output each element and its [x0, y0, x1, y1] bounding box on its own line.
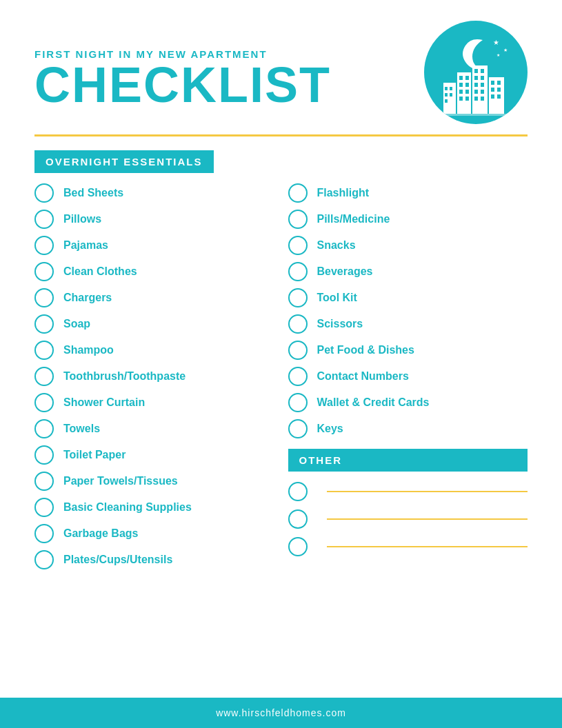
other-line-1 [327, 518, 528, 520]
other-line-2 [327, 546, 528, 547]
logo-icon: ★ ★ ★ [424, 21, 528, 124]
overnight-section-header: OVERNIGHT ESSENTIALS [34, 150, 214, 173]
list-item: Shower Curtain [34, 393, 274, 412]
item-label-right-2: Snacks [317, 239, 356, 252]
svg-rect-20 [481, 69, 484, 73]
left-column: Bed Sheets Pillows Pajamas Clean Clothes… [34, 183, 274, 576]
checkbox-right-1[interactable] [288, 210, 308, 229]
checkbox-left-5[interactable] [34, 314, 54, 334]
checkbox-right-6[interactable] [288, 341, 308, 360]
checkbox-right-9[interactable] [288, 419, 308, 438]
svg-rect-12 [459, 83, 463, 87]
item-label-right-5: Scissors [317, 318, 363, 330]
page-title: CHECKLIST [34, 60, 331, 110]
list-item: Clean Clothes [34, 262, 274, 281]
list-item: Wallet & Credit Cards [288, 393, 528, 412]
list-item: Contact Numbers [288, 367, 528, 386]
svg-rect-5 [450, 87, 452, 90]
list-item: Toothbrush/Toothpaste [34, 367, 274, 386]
item-label-left-10: Toilet Paper [63, 449, 126, 461]
item-label-left-8: Shower Curtain [63, 396, 145, 409]
divider [34, 134, 528, 136]
svg-rect-31 [497, 81, 501, 85]
svg-rect-10 [459, 76, 463, 80]
checkbox-left-3[interactable] [34, 262, 54, 281]
svg-rect-35 [497, 94, 501, 99]
checkbox-left-13[interactable] [34, 524, 54, 543]
list-item: Pet Food & Dishes [288, 341, 528, 360]
item-label-left-12: Basic Cleaning Supplies [63, 501, 192, 514]
svg-rect-30 [491, 81, 494, 85]
checkbox-right-5[interactable] [288, 314, 308, 334]
main-content: OVERNIGHT ESSENTIALS Bed Sheets Pillows … [0, 150, 562, 684]
list-item: Garbage Bags [34, 524, 274, 543]
svg-rect-16 [459, 97, 463, 101]
list-item: Towels [34, 419, 274, 438]
checkbox-right-2[interactable] [288, 236, 308, 255]
svg-text:★: ★ [496, 53, 500, 57]
item-label-left-1: Pillows [63, 213, 101, 225]
checkbox-left-1[interactable] [34, 210, 54, 229]
list-item: Chargers [34, 288, 274, 307]
item-label-right-8: Wallet & Credit Cards [317, 396, 430, 409]
svg-rect-27 [474, 97, 478, 101]
list-item: Basic Cleaning Supplies [34, 498, 274, 517]
list-item: Shampoo [34, 341, 274, 360]
item-label-right-4: Tool Kit [317, 292, 357, 304]
item-label-right-3: Beverages [317, 265, 373, 278]
checkbox-right-7[interactable] [288, 367, 308, 386]
checklist-grid: Bed Sheets Pillows Pajamas Clean Clothes… [34, 183, 528, 576]
checkbox-left-6[interactable] [34, 341, 54, 360]
svg-rect-19 [474, 69, 478, 73]
item-label-right-0: Flashlight [317, 187, 370, 199]
svg-rect-36 [438, 114, 514, 116]
other-checkbox-1[interactable] [288, 509, 308, 529]
list-item: Paper Towels/Tissues [34, 472, 274, 491]
svg-text:★: ★ [493, 39, 499, 46]
list-item: Pillows [34, 210, 274, 229]
item-label-right-6: Pet Food & Dishes [317, 344, 414, 356]
other-line-0 [327, 491, 528, 492]
svg-rect-33 [497, 88, 501, 92]
svg-rect-34 [491, 94, 494, 99]
svg-rect-11 [465, 76, 469, 80]
item-label-left-4: Chargers [63, 292, 112, 304]
item-label-left-0: Bed Sheets [63, 187, 123, 199]
checkbox-left-10[interactable] [34, 445, 54, 465]
item-label-left-9: Towels [63, 423, 100, 435]
svg-rect-22 [481, 76, 484, 80]
svg-rect-8 [445, 99, 448, 103]
checkbox-right-0[interactable] [288, 183, 308, 203]
svg-rect-25 [474, 90, 478, 94]
checkbox-left-2[interactable] [34, 236, 54, 255]
checkbox-left-0[interactable] [34, 183, 54, 203]
item-label-left-2: Pajamas [63, 239, 108, 252]
checkbox-right-8[interactable] [288, 393, 308, 412]
item-label-left-6: Shampoo [63, 344, 114, 356]
svg-rect-32 [491, 88, 494, 92]
header: FIRST NIGHT IN MY NEW APARTMENT CHECKLIS… [0, 0, 562, 131]
footer: www.hirschfeldhomes.com [0, 698, 562, 728]
other-input-row [288, 509, 528, 529]
checkbox-left-14[interactable] [34, 550, 54, 569]
checkbox-left-11[interactable] [34, 472, 54, 491]
svg-rect-23 [474, 83, 478, 87]
footer-url: www.hirschfeldhomes.com [216, 707, 346, 718]
checkbox-right-4[interactable] [288, 288, 308, 307]
other-checkbox-0[interactable] [288, 482, 308, 501]
checkbox-left-8[interactable] [34, 393, 54, 412]
checkbox-left-7[interactable] [34, 367, 54, 386]
item-label-left-14: Plates/Cups/Utensils [63, 554, 172, 566]
list-item: Plates/Cups/Utensils [34, 550, 274, 569]
checkbox-left-9[interactable] [34, 419, 54, 438]
item-label-right-1: Pills/Medicine [317, 213, 390, 225]
other-section: OTHER [288, 449, 528, 556]
checkbox-right-3[interactable] [288, 262, 308, 281]
other-checkbox-2[interactable] [288, 537, 308, 556]
checkbox-left-4[interactable] [34, 288, 54, 307]
svg-rect-4 [445, 87, 448, 90]
header-text: FIRST NIGHT IN MY NEW APARTMENT CHECKLIS… [34, 21, 331, 110]
svg-rect-6 [445, 93, 448, 97]
svg-rect-15 [465, 90, 469, 94]
checkbox-left-12[interactable] [34, 498, 54, 517]
